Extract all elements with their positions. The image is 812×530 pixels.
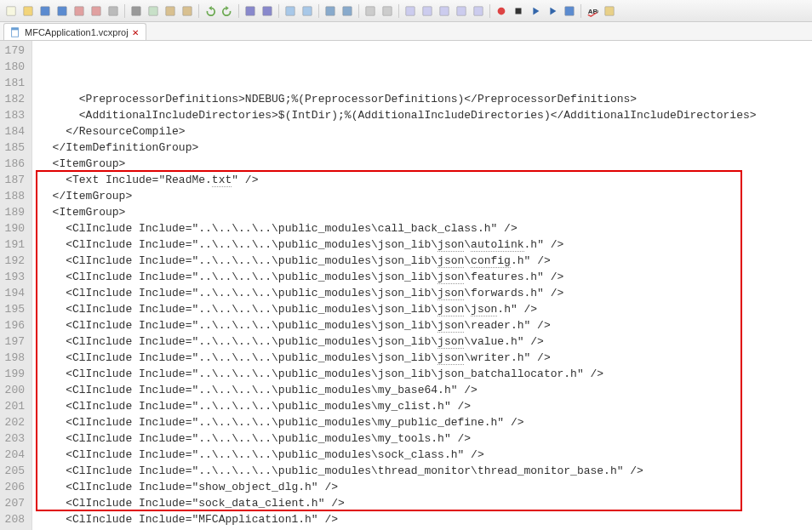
- save-icon[interactable]: [37, 3, 53, 19]
- line-number: 201: [3, 398, 25, 414]
- svg-rect-8: [149, 6, 158, 15]
- svg-rect-20: [383, 6, 392, 15]
- open-file-icon[interactable]: [20, 3, 36, 19]
- line-number: 194: [3, 285, 25, 301]
- svg-rect-10: [183, 6, 192, 15]
- code-line[interactable]: <ClInclude Include="..\..\..\..\public_m…: [39, 414, 812, 430]
- record-macro-icon[interactable]: [494, 3, 509, 19]
- toolbar-separator: [198, 4, 199, 18]
- print-icon[interactable]: [106, 3, 121, 19]
- line-number: 192: [3, 253, 25, 269]
- svg-rect-7: [132, 6, 141, 15]
- code-line[interactable]: <ClInclude Include="..\..\..\..\public_m…: [39, 253, 812, 269]
- new-file-icon[interactable]: [3, 3, 19, 19]
- code-line[interactable]: <ClInclude Include="..\..\..\..\public_m…: [39, 269, 812, 285]
- line-number: 183: [3, 107, 25, 123]
- code-line[interactable]: <ClInclude Include="..\..\..\..\public_m…: [39, 285, 812, 301]
- doc-icon[interactable]: [602, 3, 617, 19]
- unfold-all-icon[interactable]: [471, 3, 486, 19]
- code-line[interactable]: <PreprocessorDefinitions>NDEBUG;%(Prepro…: [39, 91, 812, 107]
- line-number: 180: [3, 59, 25, 75]
- code-line[interactable]: <ClInclude Include="..\..\..\..\public_m…: [39, 301, 812, 317]
- code-area[interactable]: <PreprocessorDefinitions>NDEBUG;%(Prepro…: [32, 41, 812, 530]
- svg-rect-27: [516, 8, 522, 14]
- line-number: 184: [3, 123, 25, 140]
- func-list-icon[interactable]: [403, 3, 418, 19]
- replace-icon[interactable]: [260, 3, 275, 19]
- line-number: 189: [3, 204, 25, 220]
- find-icon[interactable]: [243, 3, 258, 19]
- code-line[interactable]: <Text Include="ReadMe.txt" />: [39, 172, 812, 188]
- line-number: 207: [3, 495, 25, 511]
- code-line[interactable]: <ClInclude Include="..\..\..\..\public_m…: [39, 398, 812, 414]
- save-macro-icon[interactable]: [562, 3, 577, 19]
- code-line[interactable]: <ItemGroup>: [39, 156, 812, 172]
- file-tab[interactable]: MFCApplication1.vcxproj ✕: [3, 23, 146, 40]
- indent-icon[interactable]: [363, 3, 378, 19]
- svg-marker-12: [226, 5, 229, 9]
- tab-close-icon[interactable]: ✕: [132, 28, 140, 37]
- svg-rect-5: [92, 6, 101, 15]
- svg-rect-13: [246, 6, 255, 15]
- svg-marker-29: [550, 7, 556, 14]
- code-line[interactable]: <ItemGroup>: [39, 204, 812, 220]
- line-number: 200: [3, 382, 25, 398]
- code-line[interactable]: <ClInclude Include="..\..\..\..\public_m…: [39, 382, 812, 398]
- svg-marker-11: [209, 5, 212, 9]
- wrap-icon[interactable]: [340, 3, 355, 19]
- zoom-out-icon[interactable]: [300, 3, 315, 19]
- code-line[interactable]: <ClInclude Include="..\..\..\..\public_m…: [39, 447, 812, 463]
- svg-rect-15: [286, 6, 295, 15]
- play-macro-icon[interactable]: [528, 3, 543, 19]
- code-line[interactable]: <ClInclude Include="show_object_dlg.h" /…: [39, 479, 812, 495]
- unfold-icon[interactable]: [437, 3, 452, 19]
- undo-icon[interactable]: [203, 3, 218, 19]
- close-all-icon[interactable]: [89, 3, 104, 19]
- svg-rect-1: [24, 6, 33, 15]
- code-line[interactable]: <ClInclude Include="..\..\..\..\public_m…: [39, 350, 812, 366]
- code-line[interactable]: </ItemGroup>: [39, 188, 812, 204]
- svg-rect-30: [565, 6, 575, 15]
- toolbar-separator: [238, 4, 239, 18]
- line-number: 181: [3, 75, 25, 91]
- fold-icon[interactable]: [420, 3, 435, 19]
- code-line[interactable]: <ClInclude Include="sock_data_client.h" …: [39, 495, 812, 511]
- clipboard-icon[interactable]: [180, 3, 195, 19]
- svg-rect-32: [605, 6, 615, 15]
- fold-all-icon[interactable]: [454, 3, 469, 19]
- code-line[interactable]: <ClInclude Include="..\..\..\..\public_m…: [39, 430, 812, 447]
- line-number: 185: [3, 140, 25, 156]
- code-line[interactable]: </ResourceCompile>: [39, 123, 812, 140]
- code-line[interactable]: <ClInclude Include="MFCApplication1.h" /…: [39, 511, 812, 527]
- code-line[interactable]: </ItemDefinitionGroup>: [39, 140, 812, 156]
- close-icon[interactable]: [71, 3, 87, 19]
- copy-icon[interactable]: [146, 3, 161, 19]
- run-macro-icon[interactable]: [545, 3, 560, 19]
- code-line[interactable]: <AdditionalIncludeDirectories>$(IntDir);…: [39, 107, 812, 123]
- paste-icon[interactable]: [163, 3, 178, 19]
- zoom-in-icon[interactable]: [283, 3, 298, 19]
- code-line[interactable]: <ClInclude Include="..\..\..\..\public_m…: [39, 220, 812, 237]
- svg-rect-18: [343, 6, 352, 15]
- cut-icon[interactable]: [129, 3, 144, 19]
- code-line[interactable]: <ClInclude Include="..\..\..\..\public_m…: [39, 237, 812, 253]
- toolbar-separator: [358, 4, 359, 18]
- line-number: 182: [3, 91, 25, 107]
- svg-rect-19: [366, 6, 375, 15]
- file-icon: [9, 26, 21, 38]
- save-all-icon[interactable]: [54, 3, 70, 19]
- redo-icon[interactable]: [220, 3, 235, 19]
- svg-rect-9: [166, 6, 175, 15]
- code-editor[interactable]: 1791801811821831841851861871881891901911…: [0, 41, 812, 530]
- stop-macro-icon[interactable]: [511, 3, 526, 19]
- code-line[interactable]: <ClInclude Include="..\..\..\..\public_m…: [39, 317, 812, 333]
- line-number: 203: [3, 430, 25, 447]
- spellcheck-icon[interactable]: ABC: [585, 3, 600, 19]
- code-line[interactable]: <ClInclude Include="..\..\..\..\public_m…: [39, 366, 812, 382]
- svg-rect-6: [109, 6, 118, 15]
- line-number: 188: [3, 188, 25, 204]
- sync-icon[interactable]: [323, 3, 338, 19]
- code-line[interactable]: <ClInclude Include="..\..\..\..\public_m…: [39, 333, 812, 350]
- code-line[interactable]: <ClInclude Include="..\..\..\..\public_m…: [39, 463, 812, 479]
- outdent-icon[interactable]: [380, 3, 395, 19]
